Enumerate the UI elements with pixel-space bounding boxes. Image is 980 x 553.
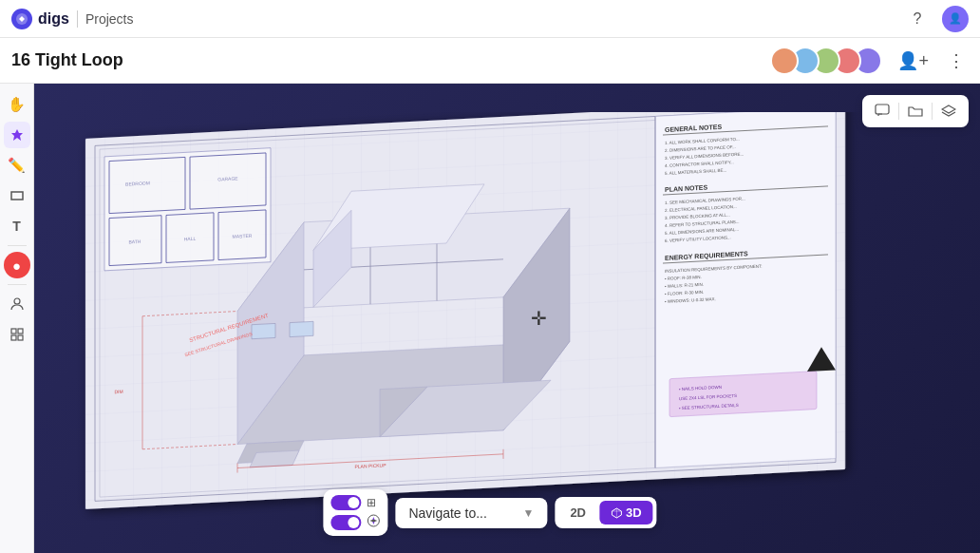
- svg-text:HALL: HALL: [184, 236, 197, 242]
- svg-marker-30: [250, 450, 299, 467]
- cube-icon: [611, 507, 622, 519]
- person-tool-button[interactable]: [4, 291, 30, 317]
- digs-logo-icon: [11, 9, 32, 29]
- svg-rect-77: [11, 335, 16, 340]
- dropdown-arrow-icon: ▼: [522, 506, 534, 520]
- blueprint-sheet[interactable]: BEDROOM GARAGE BATH HALL MASTER: [47, 112, 874, 521]
- rectangle-tool-button[interactable]: [4, 182, 30, 209]
- folder-icon: [908, 104, 923, 119]
- toggle-switch-2[interactable]: [330, 515, 361, 530]
- svg-rect-76: [18, 329, 23, 334]
- projects-link[interactable]: Projects: [85, 11, 134, 27]
- 2d-mode-button[interactable]: 2D: [558, 501, 597, 524]
- view-controls: [862, 95, 969, 127]
- toggle-group: ⊞: [323, 489, 387, 536]
- digs-logo-text: digs: [38, 10, 69, 28]
- svg-rect-25: [252, 323, 275, 338]
- avatar-1: [770, 47, 799, 75]
- svg-rect-73: [11, 192, 23, 200]
- project-title: 16 Tight Loop: [11, 50, 123, 70]
- help-button[interactable]: ?: [904, 6, 931, 32]
- svg-text:BATH: BATH: [129, 238, 141, 245]
- nav-left: digs Projects: [11, 9, 133, 29]
- layers-view-button[interactable]: [934, 99, 963, 124]
- text-tool-button[interactable]: T: [4, 213, 30, 239]
- svg-rect-79: [876, 105, 889, 114]
- toolbar-separator-2: [8, 284, 27, 285]
- pin-icon: [10, 128, 24, 142]
- svg-rect-65: [669, 372, 817, 417]
- top-nav: digs Projects ? 👤: [0, 0, 980, 38]
- main-content: BEDROOM GARAGE BATH HALL MASTER: [0, 84, 980, 553]
- navigate-label: Navigate to...: [408, 505, 487, 521]
- svg-rect-26: [290, 321, 313, 336]
- avatars-group: [770, 47, 882, 75]
- pencil-tool-button[interactable]: ✏️: [4, 152, 30, 179]
- toggle-row-1: ⊞: [330, 495, 380, 510]
- invite-button[interactable]: 👤+: [894, 47, 933, 75]
- layers-icon: [941, 104, 956, 119]
- toggle-switch-1[interactable]: [330, 495, 361, 510]
- comment-view-button[interactable]: [868, 99, 896, 124]
- header-right: 👤+ ⋮: [770, 47, 969, 75]
- svg-text:GARAGE: GARAGE: [217, 175, 238, 181]
- 3d-label: 3D: [626, 505, 642, 520]
- toolbar-separator: [8, 245, 27, 246]
- toggle-row-2: [330, 514, 380, 530]
- view-divider-2: [932, 103, 933, 120]
- svg-rect-78: [18, 335, 23, 340]
- person-icon: [10, 297, 24, 311]
- view-mode-group: 2D 3D: [555, 497, 656, 528]
- view-divider-1: [898, 103, 899, 120]
- toggle-icon-compass: [367, 514, 380, 530]
- comment-icon: [875, 104, 890, 119]
- rectangle-icon: [10, 189, 24, 202]
- svg-rect-75: [11, 329, 16, 334]
- nav-right: ? 👤: [904, 6, 969, 32]
- pin-tool-button[interactable]: [4, 122, 30, 148]
- grid-icon: [10, 328, 24, 341]
- svg-rect-5: [104, 148, 271, 271]
- svg-text:MASTER: MASTER: [233, 233, 253, 239]
- compass-icon: [367, 514, 380, 527]
- left-toolbar: ✋ ✏️ T ●: [0, 84, 34, 553]
- user-avatar[interactable]: 👤: [942, 6, 969, 32]
- project-header: 16 Tight Loop 👤+ ⋮: [0, 38, 980, 84]
- svg-point-74: [14, 298, 20, 304]
- folder-view-button[interactable]: [901, 99, 930, 124]
- digs-logo: digs: [11, 9, 69, 29]
- hand-tool-button[interactable]: ✋: [4, 91, 30, 118]
- more-options-button[interactable]: ⋮: [944, 47, 969, 75]
- nav-divider: [77, 10, 78, 28]
- blueprint-svg: BEDROOM GARAGE BATH HALL MASTER: [47, 112, 874, 521]
- digs-logo-svg: [15, 12, 28, 26]
- navigate-dropdown[interactable]: Navigate to... ▼: [395, 498, 547, 528]
- svg-text:DIM: DIM: [114, 389, 122, 394]
- toggle-icon-grid: ⊞: [367, 496, 376, 509]
- 3d-mode-button[interactable]: 3D: [599, 501, 653, 524]
- canvas-area[interactable]: BEDROOM GARAGE BATH HALL MASTER: [0, 84, 980, 553]
- grid-tool-button[interactable]: [4, 321, 30, 348]
- record-button[interactable]: ●: [4, 252, 30, 278]
- bottom-toolbar: ⊞ Navigate to... ▼ 2D: [323, 489, 656, 536]
